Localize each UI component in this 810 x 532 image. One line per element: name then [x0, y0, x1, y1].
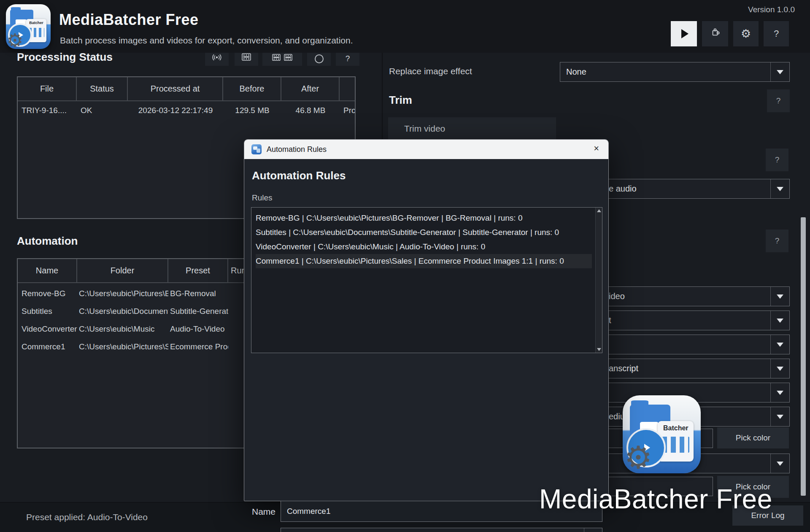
scroll-down-icon[interactable]	[597, 348, 601, 351]
gear-icon: ⚙	[741, 27, 751, 41]
watermark-logo: Batcher ⚙	[623, 395, 701, 473]
film-icon	[272, 53, 281, 63]
dropdown-value: anscript	[605, 364, 770, 373]
preset-dropdown[interactable]: Ecommerce Product Images 1:1	[281, 528, 602, 532]
dropdown-value: ideo	[605, 292, 770, 301]
dropdown-value: None	[560, 67, 770, 77]
cell-name: VideoConverter	[18, 324, 77, 334]
question-icon: ?	[774, 28, 779, 39]
col-status[interactable]: Status	[77, 77, 128, 100]
table-header-row: File Status Processed at Before After	[18, 77, 355, 101]
col-extra[interactable]	[340, 77, 355, 100]
gear-icon: ⚙	[7, 31, 23, 49]
cell-name: Subtitles	[18, 307, 77, 316]
app-window: Processing Status ?	[0, 0, 810, 532]
settings-button[interactable]: ⚙	[733, 21, 759, 46]
dialog-titlebar[interactable]: Automation Rules ×	[244, 140, 608, 159]
chevron-down-icon	[771, 319, 789, 323]
dialog-app-icon	[251, 144, 262, 154]
version-label: Version 1.0.0	[748, 5, 795, 14]
video-dropdown[interactable]: ideo	[605, 286, 790, 306]
film-dots	[662, 437, 689, 453]
col-file[interactable]: File	[18, 77, 77, 100]
col-name[interactable]: Name	[18, 259, 77, 282]
chevron-down-icon	[771, 70, 789, 74]
rules-label: Rules	[252, 193, 273, 203]
cell-extra: Pro	[340, 106, 355, 115]
circle-icon	[315, 54, 324, 63]
gear-icon: ⚙	[624, 442, 652, 473]
chevron-down-icon	[771, 391, 789, 395]
close-icon[interactable]: ×	[594, 143, 599, 154]
cell-preset: Audio-To-Video	[168, 324, 228, 334]
pick-color-label: Pick color	[736, 433, 770, 443]
cell-folder: C:\Users\eubic\Pictures\BG-Remover	[77, 289, 168, 298]
col-folder[interactable]: Folder	[77, 259, 168, 282]
pick-color-button[interactable]: Pick color	[717, 427, 789, 448]
app-title: MediaBatcher Free	[59, 11, 199, 29]
chevron-down-icon	[771, 462, 789, 466]
dropdown-value: e audio	[605, 184, 770, 194]
col-processed-at[interactable]: Processed at	[128, 77, 223, 100]
listbox-scrollbar[interactable]	[595, 208, 602, 353]
col-after[interactable]: After	[281, 77, 340, 100]
rule-item[interactable]: Subtitles | C:\Users\eubic\Documents\Sub…	[256, 225, 592, 240]
puzzle-icon	[710, 27, 721, 40]
preset-applied-status: Preset applied: Audio-To-Video	[26, 512, 148, 522]
trim-help-button[interactable]: ?	[767, 89, 790, 112]
table-row[interactable]: TRIY-9-16.... OK 2026-03-12 22:17:49 129…	[18, 101, 355, 120]
cell-processed-at: 2026-03-12 22:17:49	[128, 106, 223, 115]
cell-preset: Subtitle-Generator	[168, 307, 228, 316]
rules-listbox[interactable]: Remove-BG | C:\Users\eubic\Pictures\BG-R…	[251, 207, 602, 353]
question-icon: ?	[775, 155, 780, 165]
chevron-down-icon	[771, 343, 789, 347]
chevron-down-icon	[771, 187, 789, 191]
trim-video-row[interactable]: Trim video	[388, 117, 556, 140]
replace-image-effect-dropdown[interactable]: None	[560, 62, 790, 82]
cell-file: TRIY-9-16....	[18, 106, 77, 115]
option-dropdown[interactable]	[605, 335, 790, 354]
help-button[interactable]: ?	[766, 230, 788, 252]
audio-dropdown[interactable]: e audio	[605, 179, 790, 199]
dropdown-separator	[584, 528, 584, 532]
cell-name: Remove-BG	[18, 289, 77, 298]
chevron-down-icon	[771, 415, 789, 419]
cell-folder: C:\Users\eubic\Music	[77, 324, 168, 334]
cell-status: OK	[77, 106, 128, 115]
batcher-badge-label: Batcher	[26, 21, 47, 25]
transcript-dropdown[interactable]: anscript	[605, 359, 790, 378]
automation-rules-dialog: Automation Rules × Automation Rules Rule…	[244, 139, 609, 501]
name-label: Name	[252, 507, 275, 517]
trim-video-label: Trim video	[388, 124, 445, 134]
dialog-title: Automation Rules	[267, 145, 327, 154]
question-icon: ?	[775, 236, 780, 246]
cell-after: 46.8 MB	[281, 106, 340, 115]
play-icon	[681, 29, 688, 38]
chevron-down-icon	[771, 294, 789, 299]
broadcast-icon	[212, 53, 222, 63]
cell-preset: BG-Removal	[168, 289, 228, 298]
cell-before: 129.5 MB	[223, 106, 281, 115]
format-dropdown[interactable]: t	[605, 311, 790, 330]
main-scrollbar-thumb[interactable]	[801, 217, 806, 496]
run-batch-button[interactable]	[671, 21, 697, 46]
plugins-button[interactable]	[702, 21, 728, 46]
rule-item-selected[interactable]: Commerce1 | C:\Users\eubic\Pictures\Sale…	[256, 254, 592, 268]
watermark-text: MediaBatcher Free	[539, 483, 772, 515]
help-button[interactable]: ?	[764, 21, 789, 46]
batcher-badge-label: Batcher	[658, 424, 694, 432]
cell-preset: Ecommerce Product Images 1:1	[168, 342, 228, 351]
rule-item[interactable]: Remove-BG | C:\Users\eubic\Pictures\BG-R…	[256, 211, 592, 225]
film-icon	[284, 53, 293, 63]
chevron-down-icon	[771, 367, 789, 371]
help-button[interactable]: ?	[766, 149, 788, 171]
scroll-up-icon[interactable]	[597, 209, 601, 212]
col-before[interactable]: Before	[223, 77, 281, 100]
question-icon: ?	[346, 54, 350, 63]
cell-name: Commerce1	[18, 342, 77, 351]
app-subtitle: Batch process images and videos for expo…	[60, 35, 353, 46]
rule-item[interactable]: VideoConverter | C:\Users\eubic\Music | …	[256, 240, 592, 254]
col-preset[interactable]: Preset	[168, 259, 228, 282]
dialog-heading: Automation Rules	[252, 169, 346, 182]
dropdown-value: t	[605, 316, 770, 325]
